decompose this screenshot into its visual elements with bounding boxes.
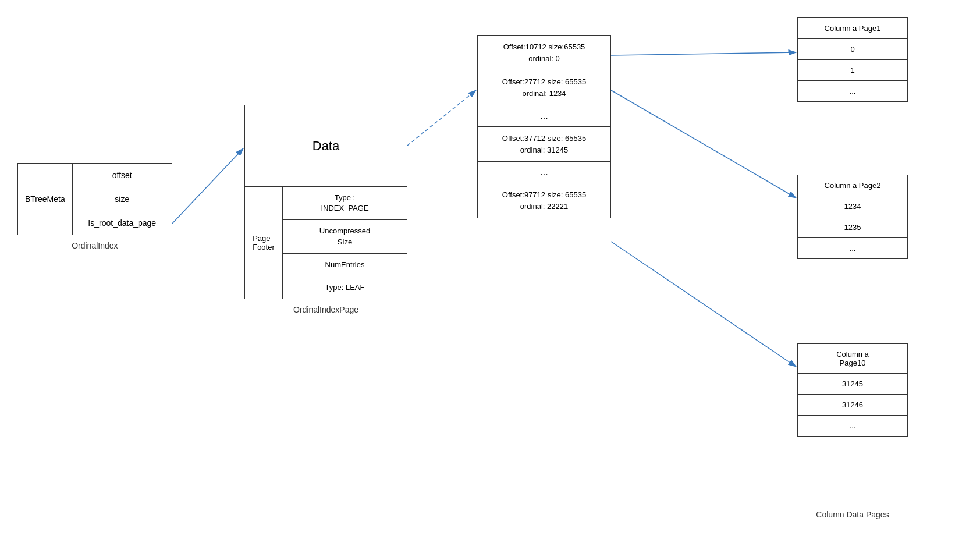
diagram-container: BTreeMeta offset size Is_root_data_page …: [0, 0, 980, 539]
footer-type-leaf: Type: LEAF: [283, 276, 407, 299]
column-page2-row-1235: 1235: [798, 217, 907, 238]
column-page10-row-31245: 31245: [798, 374, 907, 395]
column-data-pages-caption: Column Data Pages: [797, 510, 908, 519]
column-page2-box: Column a Page2 1234 1235 ...: [797, 175, 908, 259]
index-entries-box: Offset:10712 size:65535ordinal: 0 Offset…: [477, 35, 611, 218]
column-page2-row-dots: ...: [798, 238, 907, 258]
column-page1-header: Column a Page1: [798, 18, 907, 39]
index-entries-group: Offset:10712 size:65535ordinal: 0 Offset…: [477, 35, 611, 218]
column-page10-row-31246: 31246: [798, 395, 907, 416]
footer-type-index: Type :INDEX_PAGE: [283, 187, 407, 220]
column-page10-group: Column aPage10 31245 31246 ...: [797, 343, 908, 437]
svg-line-4: [611, 52, 796, 55]
page-footer-section: PageFooter Type :INDEX_PAGE Uncompressed…: [245, 187, 407, 299]
entry-1234: Offset:27712 size: 65535ordinal: 1234: [478, 70, 610, 105]
entry-dots-2: ...: [478, 162, 610, 183]
column-page1-row-0: 0: [798, 39, 907, 60]
column-page1-group: Column a Page1 0 1 ...: [797, 17, 908, 102]
svg-line-6: [611, 242, 796, 367]
btreemeta-label: BTreeMeta: [18, 164, 73, 235]
ordinal-index-group: BTreeMeta offset size Is_root_data_page …: [17, 163, 172, 250]
column-page1-row-1: 1: [798, 60, 907, 81]
column-page10-header: Column aPage10: [798, 344, 907, 374]
page-footer-label: PageFooter: [245, 187, 283, 299]
entry-0: Offset:10712 size:65535ordinal: 0: [478, 36, 610, 70]
ordinal-index-box: BTreeMeta offset size Is_root_data_page: [17, 163, 172, 235]
column-page1-box: Column a Page1 0 1 ...: [797, 17, 908, 102]
ordinal-index-page-group: Data PageFooter Type :INDEX_PAGE Uncompr…: [244, 105, 407, 314]
footer-uncompressed-size: UncompressedSize: [283, 220, 407, 253]
field-is-root: Is_root_data_page: [73, 211, 172, 235]
entry-22221: Offset:97712 size: 65535ordinal: 22221: [478, 183, 610, 218]
data-section: Data: [245, 105, 407, 187]
field-size: size: [73, 187, 172, 211]
svg-line-5: [611, 90, 796, 198]
ordinal-index-page-caption: OrdinalIndexPage: [244, 305, 407, 314]
column-page10-row-dots: ...: [798, 416, 907, 436]
column-page2-header: Column a Page2: [798, 175, 907, 196]
entry-31245: Offset:37712 size: 65535ordinal: 31245: [478, 127, 610, 162]
entry-dots-1: ...: [478, 105, 610, 127]
column-page2-row-1234: 1234: [798, 196, 907, 217]
ordinal-index-caption: OrdinalIndex: [17, 241, 172, 250]
ordinal-index-fields: offset size Is_root_data_page: [73, 164, 172, 235]
page-footer-fields: Type :INDEX_PAGE UncompressedSize NumEnt…: [283, 187, 407, 299]
column-page1-row-dots: ...: [798, 81, 907, 101]
svg-line-2: [172, 148, 243, 224]
footer-num-entries: NumEntries: [283, 254, 407, 276]
column-page10-box: Column aPage10 31245 31246 ...: [797, 343, 908, 437]
field-offset: offset: [73, 164, 172, 187]
column-page2-group: Column a Page2 1234 1235 ...: [797, 175, 908, 259]
ordinal-index-page-box: Data PageFooter Type :INDEX_PAGE Uncompr…: [244, 105, 407, 299]
svg-line-3: [407, 90, 476, 146]
